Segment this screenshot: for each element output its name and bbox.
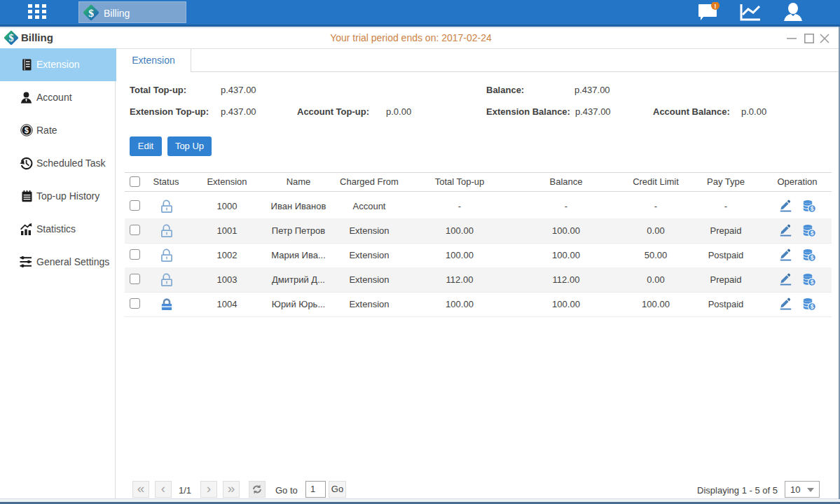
svg-text:$: $ — [811, 230, 814, 237]
svg-text:$: $ — [811, 303, 814, 310]
svg-text:$: $ — [811, 279, 814, 286]
svg-text:$: $ — [25, 126, 29, 134]
svg-text:$: $ — [88, 7, 94, 19]
svg-text:$: $ — [811, 254, 814, 261]
svg-text:!: ! — [715, 3, 717, 10]
svg-text:$: $ — [811, 205, 814, 212]
